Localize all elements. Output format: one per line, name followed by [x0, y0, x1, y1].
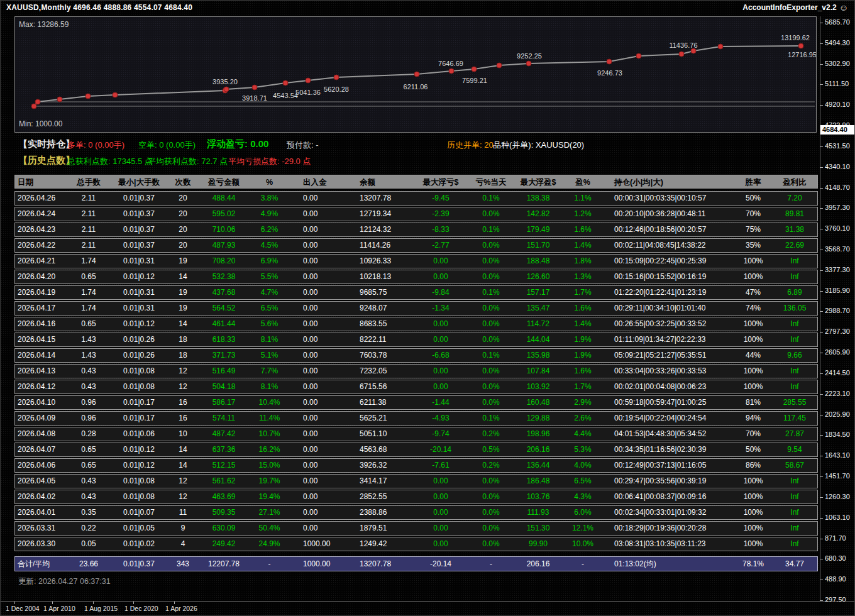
table-cell: 75%	[734, 223, 772, 236]
table-cell: 595.02	[199, 207, 249, 221]
table-cell: 136.05	[772, 302, 817, 315]
table-cell: 最大浮亏$	[412, 175, 469, 188]
table-cell: 4563.68	[343, 443, 412, 456]
price-axis-tick	[820, 23, 823, 23]
table-cell: 0.35	[67, 506, 111, 519]
table-cell: 12719.34	[343, 207, 412, 221]
table-cell: 00:29:11|00:34:10|01:01:40	[602, 302, 734, 315]
price-axis-tick	[820, 291, 823, 292]
table-cell: 0.96	[67, 412, 111, 425]
table-cell: 0.01|0.12	[111, 459, 167, 472]
table-cell: 0.01|0.08	[111, 475, 167, 488]
table-cell: 14	[167, 459, 199, 472]
table-cell: 20	[167, 239, 199, 252]
table-cell: 100%	[734, 506, 772, 519]
table-cell: 371.73	[199, 349, 249, 362]
table-cell: 100%	[734, 490, 772, 503]
table-cell: 9685.75	[343, 286, 412, 299]
table-cell: 0.01|0.26	[111, 333, 167, 346]
table-cell: 2026.04.24	[15, 207, 67, 221]
table-cell: 0.0%	[469, 333, 513, 346]
table-cell: 0.0%	[469, 537, 513, 551]
chart-title: XAUUSD,Monthly 4696.46 4888.86 4554.07 4…	[1, 3, 192, 12]
price-axis-label: 871.70	[825, 534, 846, 542]
price-axis-tick	[820, 559, 823, 559]
table-row: 2026.04.242.110.01|0.3720595.024.9%0.001…	[14, 207, 818, 221]
table-cell: 16	[167, 396, 199, 409]
table-cell: 2026.04.19	[15, 286, 67, 299]
table-cell: 0.43	[67, 490, 111, 503]
table-cell: 630.09	[199, 522, 249, 535]
table-cell: 11.4%	[249, 412, 290, 425]
table-cell: 44%	[734, 349, 772, 362]
table-cell: 2026.04.13	[15, 365, 67, 378]
table-cell: 2026.04.01	[15, 506, 67, 519]
equity-value-label: 7599.21	[462, 77, 487, 84]
table-cell: 1249.42	[343, 537, 412, 551]
table-cell: 142.82	[513, 207, 563, 221]
table-cell: 00:34:35|01:16:56|02:30:39	[602, 443, 734, 456]
table-cell: 6715.56	[343, 380, 412, 393]
table-cell: 0.00	[290, 223, 343, 236]
realtime-position-title: 【实时持仓】	[18, 138, 75, 150]
mt4-chart-window: XAUUSD,Monthly 4696.46 4888.86 4554.07 4…	[0, 0, 855, 616]
table-cell: 0.0%	[469, 506, 513, 519]
table-cell: 0.1%	[469, 412, 513, 425]
table-cell: 100%	[734, 317, 772, 331]
equity-value-label: 9252.25	[517, 52, 542, 60]
table-cell: 最大浮盈$	[513, 175, 563, 188]
table-cell: 00:20:10|00:36:28|00:48:11	[602, 207, 734, 221]
price-axis-label: 2223.10	[825, 390, 850, 397]
table-cell: 13207.78	[343, 557, 412, 571]
table-cell: 6.2%	[249, 223, 290, 236]
equity-point	[679, 52, 684, 57]
price-axis-label: 4340.10	[825, 163, 850, 170]
table-cell: 00:29:47|00:35:56|00:39:19	[602, 475, 734, 488]
table-cell: 0.01|0.08	[111, 365, 167, 378]
equity-value-label: 12716.95	[788, 51, 816, 58]
table-row: 2026.04.080.280.01|0.0610487.4210.7%0.00…	[14, 427, 818, 441]
table-cell: Inf	[772, 255, 817, 268]
chart-max-label: Max: 13286.59	[19, 20, 69, 29]
equity-point	[607, 59, 612, 64]
table-cell: 0.00	[412, 537, 469, 551]
table-cell: 05:09:21|05:21:27|05:35:51	[602, 349, 734, 362]
table-cell: 11	[167, 506, 199, 519]
table-cell: 126.60	[513, 270, 563, 283]
table-cell: 0.00	[290, 396, 343, 409]
table-cell: Inf	[772, 490, 817, 503]
time-axis-label: 1 Dec 2004	[6, 605, 40, 612]
table-cell: 138.38	[513, 192, 563, 205]
table-cell: 0.00	[290, 427, 343, 441]
table-cell: 78.1%	[734, 557, 772, 571]
table-cell: Inf	[772, 333, 817, 346]
table-row: 2026.04.090.960.01|0.1716574.1111.4%0.00…	[14, 411, 818, 426]
equity-chart-panel[interactable]: 3935.203918.714543.545041.365620.286211.…	[14, 16, 817, 133]
table-cell: 100%	[734, 475, 772, 488]
price-axis-tick	[820, 518, 823, 519]
time-axis-tick	[52, 602, 53, 604]
table-cell: 2026.04.02	[15, 490, 67, 503]
ea-smiley-icon[interactable]: ☺	[839, 3, 848, 12]
table-cell: 00:02:34|00:33:01|01:09:32	[602, 506, 734, 519]
table-row: 2026.04.151.430.01|0.2618618.338.1%0.008…	[14, 333, 818, 347]
table-cell: 512.15	[199, 459, 249, 472]
table-cell: 4	[167, 537, 199, 551]
daily-stats-table: 日期总手数最小|大手数次数盈亏金额%出入金余额最大浮亏$亏%当天最大浮盈$盈%持…	[14, 175, 818, 571]
table-cell: 0.01|0.37	[111, 207, 167, 221]
table-cell: 16	[167, 412, 199, 425]
indicator-name: AccountInfoExporter_v2.2	[742, 3, 836, 12]
table-cell: 103.92	[513, 380, 563, 393]
price-axis-label: 5685.70	[825, 18, 850, 26]
table-cell: 4.4%	[563, 427, 602, 441]
table-cell: 50%	[734, 192, 772, 205]
table-row: 2026.04.191.740.01|0.3119437.684.7%0.009…	[14, 285, 818, 300]
table-cell: 0.00	[290, 459, 343, 472]
table-cell: 0.0%	[469, 522, 513, 535]
table-cell: 100%	[734, 537, 772, 551]
price-axis-label: 1260.30	[825, 493, 850, 500]
table-cell: 14	[167, 443, 199, 456]
table-cell: 487.42	[199, 427, 249, 441]
table-cell: Inf	[772, 475, 817, 488]
table-cell: 179.49	[513, 223, 563, 236]
